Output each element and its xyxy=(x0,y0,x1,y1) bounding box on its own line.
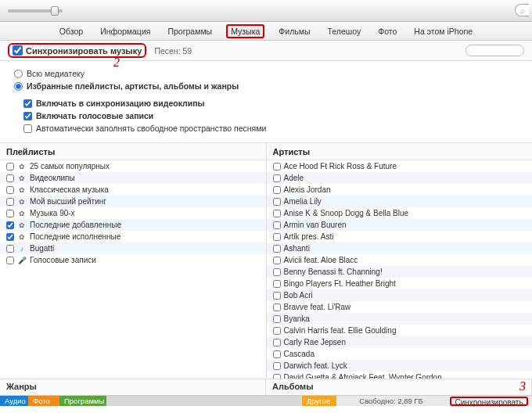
artist-checkbox[interactable] xyxy=(273,163,281,171)
artist-row[interactable]: Amelia Lily xyxy=(267,196,533,207)
artist-checkbox[interactable] xyxy=(273,174,281,182)
cb-include-voice[interactable] xyxy=(23,112,32,120)
sync-music-checkbox[interactable] xyxy=(13,45,23,56)
volume-slider[interactable] xyxy=(8,9,63,13)
playlist-checkbox[interactable] xyxy=(6,186,14,194)
cb-autofill[interactable] xyxy=(23,124,32,133)
playlist-search-input[interactable] xyxy=(466,45,524,56)
tab-photos[interactable]: Фото xyxy=(375,25,400,38)
search-icon[interactable]: ⌕ xyxy=(515,4,529,16)
tab-tvshows[interactable]: Телешоу xyxy=(325,25,365,38)
artists-body[interactable]: Ace Hood Ft Rick Ross & FutureAdeleAlexi… xyxy=(267,160,533,379)
artist-checkbox[interactable] xyxy=(273,327,281,335)
artist-row[interactable]: Bravve feat. Li'Raw xyxy=(267,301,533,313)
tab-music[interactable]: Музыка xyxy=(226,24,264,38)
artist-checkbox[interactable] xyxy=(273,257,281,264)
cap-free: Свободно: 2,89 ГБ xyxy=(336,396,446,406)
tab-onthisiphone[interactable]: На этом iPhone xyxy=(411,25,476,38)
artist-name: Anise K & Snoop Dogg & Bella Blue xyxy=(284,209,409,217)
artist-row[interactable]: Darwich feat. Lyck xyxy=(267,360,533,372)
playlist-checkbox[interactable] xyxy=(6,233,14,241)
content-columns: Плейлисты ✿25 самых популярных✿Видеоклип… xyxy=(0,143,532,379)
volume-thumb[interactable] xyxy=(51,6,59,16)
artist-row[interactable]: Bingo Players Ft. Heather Bright xyxy=(267,278,533,289)
playlist-row[interactable]: ✿Последние исполненные xyxy=(0,231,266,242)
artist-row[interactable]: Adele xyxy=(267,172,533,184)
artist-checkbox[interactable] xyxy=(273,198,281,206)
artist-checkbox[interactable] xyxy=(273,374,281,379)
artist-checkbox[interactable] xyxy=(273,245,281,253)
playlist-checkbox[interactable] xyxy=(6,210,14,217)
radio-selected[interactable] xyxy=(14,82,23,91)
playlist-row[interactable]: ✿Видеоклипы xyxy=(0,172,266,184)
artist-row[interactable]: Alexis Jordan xyxy=(267,184,533,196)
playlist-row[interactable]: ✿Классическая музыка xyxy=(0,184,266,196)
artist-row[interactable]: Calvin Harris feat. Ellie Goulding xyxy=(267,325,533,336)
playlist-checkbox[interactable] xyxy=(6,163,14,171)
tab-apps[interactable]: Программы xyxy=(164,25,215,38)
playlist-row[interactable]: ✿25 самых популярных xyxy=(0,160,266,172)
artist-row[interactable]: Bob Acri xyxy=(267,289,533,301)
artist-checkbox[interactable] xyxy=(273,268,281,276)
playlist-row[interactable]: 🎤Голосовые записи xyxy=(0,254,266,266)
artist-row[interactable]: Carly Rae Jepsen xyxy=(267,336,533,348)
artist-checkbox[interactable] xyxy=(273,292,281,300)
artist-checkbox[interactable] xyxy=(273,350,281,358)
artist-checkbox[interactable] xyxy=(273,221,281,229)
tab-info[interactable]: Информация xyxy=(97,25,153,38)
artist-row[interactable]: Avicii feat. Aloe Blacc xyxy=(267,254,533,266)
device-tabs: Обзор Информация Программы Музыка Фильмы… xyxy=(0,22,532,41)
cap-photo: Фото xyxy=(28,396,59,406)
playlist-name: Классическая музыка xyxy=(30,185,109,194)
radio-entire-library[interactable] xyxy=(14,70,23,78)
radio-selected-label: Избранные плейлисты, артисты, альбомы и … xyxy=(27,81,239,91)
cb-include-videos[interactable] xyxy=(23,99,32,108)
artist-row[interactable]: Byanka xyxy=(267,313,533,325)
playlist-name: Последние добавленные xyxy=(30,221,121,229)
artist-row[interactable]: Cascada xyxy=(267,348,533,360)
sync-button[interactable]: Синхронизировать xyxy=(450,397,527,406)
playlist-row[interactable]: ✿Мой высший рейтинг xyxy=(0,196,266,207)
playlist-row[interactable]: ✿Последние добавленные xyxy=(0,219,266,231)
artist-row[interactable]: Artik pres. Asti xyxy=(267,231,533,242)
artist-name: Bravve feat. Li'Raw xyxy=(284,303,351,311)
note-icon: ♪ xyxy=(17,245,27,253)
playlist-checkbox[interactable] xyxy=(6,257,14,264)
artists-column: Артисты Ace Hood Ft Rick Ross & FutureAd… xyxy=(267,143,533,379)
artist-name: Byanka xyxy=(284,314,310,323)
playlist-row[interactable]: ♪Bugatti xyxy=(0,242,266,254)
artist-row[interactable]: Ace Hood Ft Rick Ross & Future xyxy=(267,160,533,172)
artist-row[interactable]: Benny Benassi ft. Channing! xyxy=(267,266,533,278)
artist-checkbox[interactable] xyxy=(273,339,281,347)
playlist-checkbox[interactable] xyxy=(6,221,14,229)
gear-icon: ✿ xyxy=(17,198,27,206)
tab-movies[interactable]: Фильмы xyxy=(275,25,313,38)
artist-checkbox[interactable] xyxy=(273,210,281,217)
playlist-checkbox[interactable] xyxy=(6,245,14,253)
artist-row[interactable]: David Guetta & Afrojack Feat. Wynter Gor… xyxy=(267,372,533,379)
gear-icon: ✿ xyxy=(17,174,27,182)
gear-icon: ✿ xyxy=(17,233,27,241)
playlist-checkbox[interactable] xyxy=(6,174,14,182)
artist-name: Benny Benassi ft. Channing! xyxy=(284,268,383,276)
gear-icon: ✿ xyxy=(17,221,27,229)
artist-checkbox[interactable] xyxy=(273,233,281,241)
annotation-2: 2 xyxy=(113,56,120,70)
tab-overview[interactable]: Обзор xyxy=(56,25,86,38)
artist-checkbox[interactable] xyxy=(273,280,281,288)
artist-row[interactable]: Anise K & Snoop Dogg & Bella Blue xyxy=(267,207,533,219)
gear-icon: ✿ xyxy=(17,210,27,217)
artist-checkbox[interactable] xyxy=(273,303,281,311)
artist-checkbox[interactable] xyxy=(273,186,281,194)
sync-music-toggle[interactable]: Синхронизировать музыку xyxy=(8,43,146,58)
artist-checkbox[interactable] xyxy=(273,315,281,323)
playlist-row[interactable]: ✿Музыка 90-х xyxy=(0,207,266,219)
artist-name: Armin van Buuren xyxy=(284,221,347,229)
artist-checkbox[interactable] xyxy=(273,362,281,370)
cap-spacer xyxy=(106,396,302,406)
playlist-checkbox[interactable] xyxy=(6,198,14,206)
artist-row[interactable]: Armin van Buuren xyxy=(267,219,533,231)
artist-row[interactable]: Ashanti xyxy=(267,242,533,254)
capacity-bar: Аудио Фото Программы Другое Свободно: 2,… xyxy=(0,395,532,406)
gear-icon: ✿ xyxy=(17,186,27,194)
